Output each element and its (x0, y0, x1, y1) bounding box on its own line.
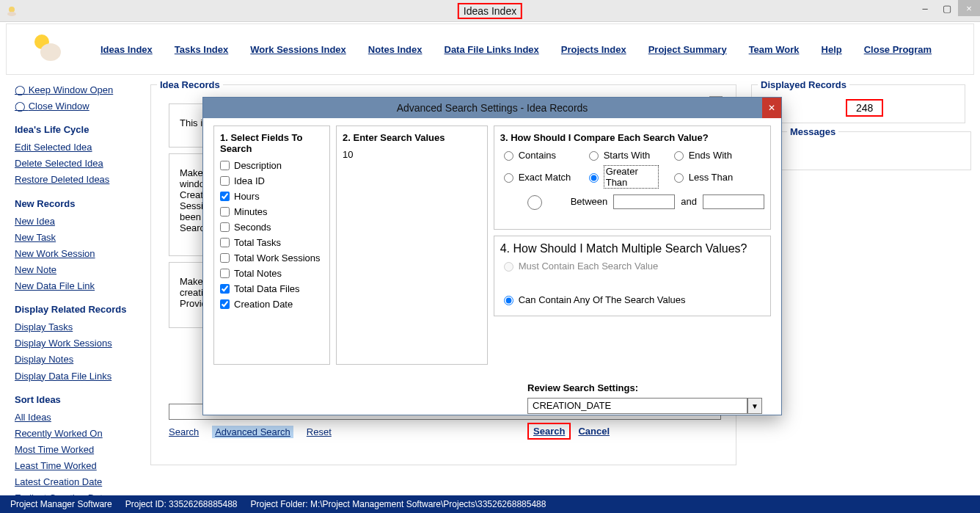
review-combo[interactable]: CREATION_DATE (527, 398, 747, 414)
link-least-time-worked[interactable]: Least Time Worked (15, 458, 139, 474)
dialog-title: Advanced Search Settings - Idea Records … (203, 98, 781, 118)
link-display-tasks[interactable]: Display Tasks (15, 319, 139, 335)
link-new-work-session[interactable]: New Work Session (15, 246, 139, 262)
link-new-note[interactable]: New Note (15, 262, 139, 278)
svg-point-1 (7, 12, 16, 16)
footer-label: Project ID: (125, 499, 167, 509)
menu-project-summary[interactable]: Project Summary (648, 44, 727, 55)
radio-contains[interactable]: Contains (500, 149, 574, 161)
messages-legend: Messages (787, 126, 838, 137)
section-sort-ideas: Sort Ideas (15, 392, 139, 408)
radio-exact-match[interactable]: Exact Match (500, 165, 574, 189)
panel-title: 4. How Should I Match Multiple Search Va… (500, 242, 764, 255)
radio-label: Keep Window Open (29, 84, 114, 95)
minimize-button[interactable]: – (914, 0, 936, 16)
link-new-task[interactable]: New Task (15, 230, 139, 246)
lightbulb-head-icon (29, 32, 64, 67)
panel-title: 3. How Should I Compare Each Search Valu… (500, 132, 764, 143)
panel-select-fields: 1. Select Fields To Search DescriptionId… (213, 125, 330, 365)
svg-point-3 (40, 43, 61, 61)
link-edit-selected-idea[interactable]: Edit Selected Idea (15, 139, 139, 156)
menu-tasks-index[interactable]: Tasks Index (175, 44, 228, 55)
menu-ideas-index[interactable]: Ideas Index (100, 44, 153, 55)
footer-value: 33526268885488 (169, 499, 237, 509)
menubar: Ideas Index Tasks Index Work Sessions In… (6, 23, 974, 75)
menu-projects-index[interactable]: Projects Index (561, 44, 626, 55)
panel-compare: 3. How Should I Compare Each Search Valu… (494, 125, 771, 230)
link-display-work-sessions[interactable]: Display Work Sessions (15, 335, 139, 352)
footer-app-name: Project Manager Software (10, 499, 112, 509)
link-new-data-file-link[interactable]: New Data File Link (15, 278, 139, 294)
panel-title: 1. Select Fields To Search (220, 132, 323, 154)
link-most-time-worked[interactable]: Most Time Worked (15, 442, 139, 458)
maximize-button[interactable]: ▢ (936, 0, 958, 16)
window-title: Ideas Index (458, 3, 522, 19)
menu-help[interactable]: Help (822, 44, 842, 55)
dialog-cancel-button[interactable]: Cancel (577, 423, 611, 440)
combo-dropdown-button[interactable]: ▼ (747, 398, 762, 414)
radio-close-window[interactable]: ◯ Close Window (15, 98, 139, 114)
sidebar: ◯ Keep Window Open ◯ Close Window Idea's… (6, 75, 142, 486)
field-checkbox-description[interactable]: Description (220, 160, 323, 171)
link-delete-selected-idea[interactable]: Delete Selected Idea (15, 156, 139, 172)
close-button[interactable]: × (958, 0, 980, 16)
and-label: and (681, 196, 697, 207)
between-to-input[interactable] (703, 194, 764, 209)
radio-ends-with[interactable]: Ends With (670, 149, 744, 161)
panel-enter-values: 2. Enter Search Values 10 (336, 125, 488, 365)
dialog-search-button[interactable]: Search (527, 423, 571, 440)
field-checkbox-total-work-sessions[interactable]: Total Work Sessions (220, 252, 323, 263)
between-from-input[interactable] (613, 194, 675, 209)
field-checkbox-seconds[interactable]: Seconds (220, 222, 323, 233)
field-checkbox-hours[interactable]: Hours (220, 191, 323, 202)
displayed-records-legend: Displayed Records (758, 79, 849, 90)
section-new-records: New Records (15, 196, 139, 212)
radio-label: Close Window (29, 101, 89, 112)
field-checkbox-idea-id[interactable]: Idea ID (220, 175, 323, 186)
field-checkbox-total-data-files[interactable]: Total Data Files (220, 283, 323, 294)
app-icon (4, 4, 19, 18)
svg-point-0 (9, 7, 15, 12)
radio-between[interactable]: Between (500, 193, 608, 210)
radio-label: Between (571, 196, 608, 207)
field-checkbox-creation-date[interactable]: Creation Date (220, 299, 323, 310)
link-all-ideas[interactable]: All Ideas (15, 410, 139, 426)
field-checkbox-minutes[interactable]: Minutes (220, 206, 323, 217)
link-latest-creation-date[interactable]: Latest Creation Date (15, 474, 139, 490)
search-value[interactable]: 10 (343, 149, 481, 160)
menu-notes-index[interactable]: Notes Index (368, 44, 423, 55)
status-bar: Project Manager Software Project ID: 335… (0, 495, 980, 513)
dialog-title-text: Advanced Search Settings - Idea Records (397, 102, 588, 114)
radio-less-than[interactable]: Less Than (670, 165, 744, 189)
menu-team-work[interactable]: Team Work (749, 44, 800, 55)
field-checkbox-total-notes[interactable]: Total Notes (220, 268, 323, 279)
radio-keep-window-open[interactable]: ◯ Keep Window Open (15, 82, 139, 98)
footer-label: Project Folder: (251, 499, 308, 509)
footer-value: M:\Project Management Software\Projects\… (310, 499, 546, 509)
messages-group: Messages (780, 126, 971, 170)
review-label: Review Search Settings: (527, 382, 771, 393)
radio-starts-with[interactable]: Starts With (585, 149, 659, 161)
link-restore-deleted-ideas[interactable]: Restore Deleted Ideas (15, 172, 139, 188)
section-display-related: Display Related Records (15, 302, 139, 318)
section-life-cycle: Idea's Life Cycle (15, 122, 139, 138)
link-new-idea[interactable]: New Idea (15, 214, 139, 230)
panel-title: 2. Enter Search Values (343, 132, 481, 143)
panel-match-multiple: 4. How Should I Match Multiple Search Va… (494, 236, 771, 316)
dialog-close-button[interactable]: ✕ (762, 98, 781, 118)
displayed-records-group: Displayed Records 248 (751, 79, 965, 123)
link-recently-worked-on[interactable]: Recently Worked On (15, 426, 139, 442)
radio-greater-than[interactable]: Greater Than (585, 165, 659, 189)
menu-close-program[interactable]: Close Program (864, 44, 932, 55)
radio-must-contain-each[interactable]: Must Contain Each Search Value (500, 260, 764, 272)
field-checkbox-total-tasks[interactable]: Total Tasks (220, 237, 323, 248)
link-display-data-file-links[interactable]: Display Data File Links (15, 368, 139, 385)
menu-work-sessions-index[interactable]: Work Sessions Index (250, 44, 346, 55)
advanced-search-dialog: Advanced Search Settings - Idea Records … (202, 97, 782, 415)
idea-records-legend: Idea Records (157, 79, 223, 90)
radio-label: Can Contain Any Of The Search Values (519, 294, 686, 305)
radio-can-contain-any[interactable]: Can Contain Any Of The Search Values (500, 294, 764, 305)
link-display-notes[interactable]: Display Notes (15, 352, 139, 368)
search-link[interactable]: Search (169, 426, 199, 437)
menu-data-file-links-index[interactable]: Data File Links Index (445, 44, 539, 55)
